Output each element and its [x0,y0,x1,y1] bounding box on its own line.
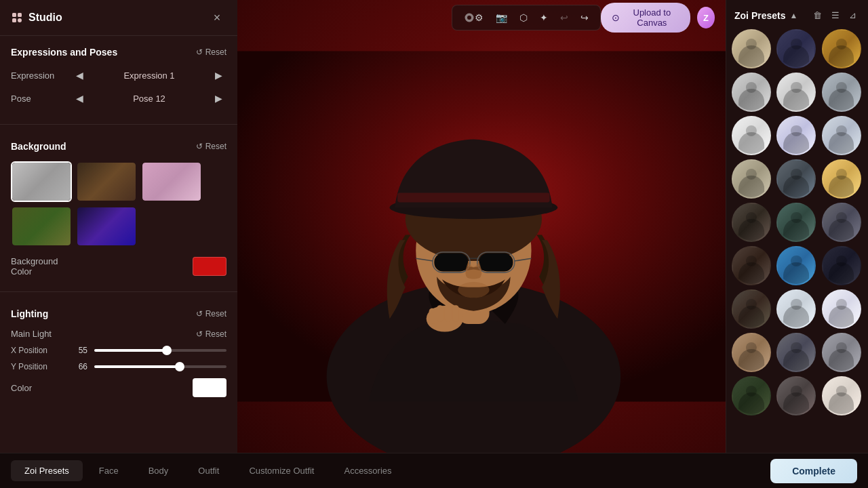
tab-outfit[interactable]: Outfit [184,460,233,481]
presets-header: Zoi Presets ▲ 🗑 ☰ ⊿ [732,8,863,22]
presets-grid [732,29,863,415]
preset-item-27[interactable] [822,376,861,415]
tab-zoi-presets[interactable]: Zoi Presets [11,460,83,481]
preset-item-16[interactable] [732,246,771,285]
toolbar-sparkle-button[interactable]: ✦ [535,9,553,26]
y-position-label: Y Position [11,362,62,371]
preset-item-11[interactable] [776,159,816,199]
upload-to-canvas-button[interactable]: ⊙ Upload to Canvas [601,3,690,33]
complete-button[interactable]: Complete [770,459,857,483]
svg-rect-2 [12,18,16,22]
preset-item-12[interactable] [822,159,861,199]
preset-item-9[interactable] [822,116,861,155]
toolbar-undo-button[interactable]: ↩ [555,9,573,26]
user-avatar[interactable]: Z [697,7,715,28]
preset-item-13[interactable] [732,203,771,242]
svg-rect-21 [437,305,443,322]
preset-item-7[interactable] [732,116,771,155]
background-reset-button[interactable]: ↺ Reset [196,142,226,151]
toolbar-camera-button[interactable]: 📷 [491,9,512,26]
bottom-navigation: Zoi Presets Face Body Outfit Customize O… [0,453,868,488]
divider-1 [0,124,237,125]
pose-next-button[interactable]: ▶ [211,90,226,106]
presets-title: Zoi Presets ▲ [734,10,797,21]
main-light-reset-button[interactable]: ↺ Reset [196,329,226,339]
tab-face[interactable]: Face [85,460,132,481]
preset-item-24[interactable] [822,333,861,372]
x-position-row: X Position 55 [11,346,226,355]
expressions-header: Expressions and Poses ↺ Reset [11,47,226,58]
bg-thumb-4[interactable] [11,206,72,247]
preset-item-4[interactable] [732,73,771,112]
preset-item-21[interactable] [822,289,861,329]
bg-thumb-5[interactable] [76,206,137,247]
upload-label: Upload to Canvas [625,7,679,28]
bottom-tabs: Zoi Presets Face Body Outfit Customize O… [11,460,857,481]
tab-customize-outfit[interactable]: Customize Outfit [235,460,328,481]
y-position-value: 66 [68,362,87,371]
preset-item-14[interactable] [776,203,816,242]
preset-delete-button[interactable]: 🗑 [810,8,825,22]
svg-rect-11 [434,253,468,271]
preset-item-19[interactable] [732,289,771,329]
expression-next-button[interactable]: ▶ [211,67,226,83]
expressions-reset-button[interactable]: ↺ Reset [196,47,226,57]
toolbar-settings-button[interactable]: ⚙ [459,9,488,26]
bg-thumb-3[interactable] [141,161,202,202]
y-position-slider[interactable] [94,365,226,368]
preset-item-1[interactable] [732,29,771,68]
close-button[interactable]: × [208,8,226,27]
lighting-reset-button[interactable]: ↺ Reset [196,309,226,319]
expression-row: Expression ◀ Expression 1 ▶ [11,67,226,83]
main-light-label: Main Light [11,329,52,339]
canvas-area: ⚙ 📷 ⬡ ✦ ↩ ↪ ⊙ Upload to Canvas Z [237,0,726,453]
preset-item-23[interactable] [776,333,816,372]
toolbar-redo-button[interactable]: ↪ [576,9,593,26]
preset-item-17[interactable] [776,246,816,285]
settings-icon [464,12,475,23]
x-position-value: 55 [68,346,87,355]
studio-header: Studio × [0,0,237,36]
preset-item-3[interactable] [822,29,861,68]
pose-row: Pose ◀ Pose 12 ▶ [11,90,226,106]
svg-point-18 [458,282,489,298]
preset-item-15[interactable] [822,203,861,242]
preset-item-8[interactable] [776,116,816,155]
expression-label: Expression [11,70,72,81]
character-svg [237,0,726,453]
preset-item-25[interactable] [732,376,771,415]
tab-accessories[interactable]: Accessories [330,460,405,481]
presets-actions: 🗑 ☰ ⊿ [810,8,860,22]
preset-item-5[interactable] [776,73,816,112]
background-thumbnails [11,161,226,247]
expressions-section: Expressions and Poses ↺ Reset Expression… [0,36,237,119]
pose-value: Pose 12 [133,94,165,104]
divider-2 [0,291,237,292]
tab-body[interactable]: Body [135,460,182,481]
bg-thumb-1[interactable] [11,161,72,202]
preset-item-2[interactable] [776,29,816,68]
bg-thumb-2[interactable] [76,161,137,202]
preset-item-26[interactable] [776,376,816,415]
pose-label: Pose [11,94,72,104]
preset-list-button[interactable]: ☰ [828,8,843,22]
preset-item-10[interactable] [732,159,771,199]
preset-item-18[interactable] [822,246,861,285]
svg-rect-0 [12,13,16,17]
lighting-color-label: Color [11,383,32,393]
preset-item-20[interactable] [776,289,816,329]
toolbar-right: ⊙ Upload to Canvas Z [601,3,715,33]
x-position-slider[interactable] [94,349,226,352]
preset-item-22[interactable] [732,333,771,372]
preset-filter-button[interactable]: ⊿ [846,8,860,22]
expression-prev-button[interactable]: ◀ [72,67,87,83]
toolbar-crop-button[interactable]: ⬡ [515,9,532,26]
expression-nav: ◀ Expression 1 ▶ [72,67,226,83]
svg-rect-22 [445,304,451,322]
preset-item-6[interactable] [822,73,861,112]
svg-rect-20 [429,308,435,324]
lighting-color-swatch[interactable] [193,378,226,397]
pose-prev-button[interactable]: ◀ [72,90,87,106]
expressions-title: Expressions and Poses [11,47,117,58]
background-color-swatch[interactable] [193,257,226,276]
